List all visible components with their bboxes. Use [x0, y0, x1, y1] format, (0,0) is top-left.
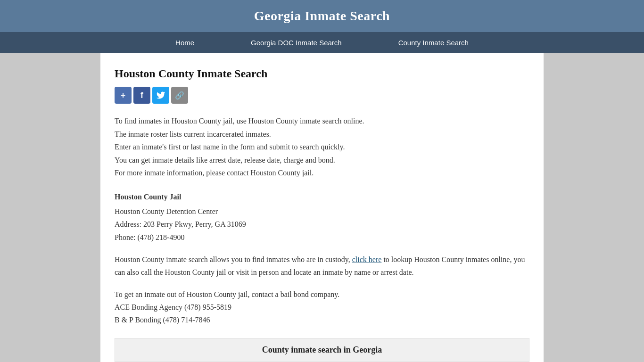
bail-agency-2: B & P Bonding (478) 714-7846	[115, 313, 529, 326]
nav-county-search[interactable]: County Inmate Search	[370, 32, 497, 53]
intro-line-2: The inmate roster lists current incarcer…	[115, 128, 529, 140]
intro-line-1: To find inmates in Houston County jail, …	[115, 115, 529, 127]
intro-line-3: Enter an inmate's first or last name in …	[115, 141, 529, 153]
nav-doc-search[interactable]: Georgia DOC Inmate Search	[223, 32, 370, 53]
page-title: Houston County Inmate Search	[115, 67, 529, 80]
bail-info-section: To get an inmate out of Houston County j…	[115, 288, 529, 327]
site-header: Georgia Inmate Search	[0, 0, 644, 32]
facebook-button[interactable]: f	[133, 87, 150, 104]
jail-phone: Phone: (478) 218-4900	[115, 231, 529, 244]
bail-agency-1: ACE Bonding Agency (478) 955-5819	[115, 301, 529, 313]
content-wrapper: Houston County Inmate Search + f 🔗 To fi…	[100, 53, 544, 362]
intro-line-4: You can get inmate details like arrest d…	[115, 154, 529, 166]
jail-address: Address: 203 Perry Pkwy, Perry, GA 31069	[115, 218, 529, 230]
county-section-title: County inmate search in Georgia	[115, 338, 529, 362]
site-title: Georgia Inmate Search	[9, 8, 635, 24]
share-buttons: + f 🔗	[115, 87, 529, 104]
twitter-icon	[156, 90, 165, 100]
twitter-button[interactable]	[152, 87, 169, 104]
jail-info-section: Houston County Jail Houston County Deten…	[115, 190, 529, 244]
intro-section: To find inmates in Houston County jail, …	[115, 115, 529, 179]
share-button[interactable]: +	[115, 87, 132, 104]
nav-home[interactable]: Home	[147, 32, 223, 53]
jail-name: Houston County Detention Center	[115, 205, 529, 218]
click-here-link[interactable]: click here	[352, 255, 382, 263]
copy-link-button[interactable]: 🔗	[171, 87, 188, 104]
intro-line-5: For more inmate information, please cont…	[115, 167, 529, 179]
bail-intro: To get an inmate out of Houston County j…	[115, 288, 529, 301]
county-section: County inmate search in Georgia Atkinson…	[115, 338, 529, 362]
jail-title: Houston County Jail	[115, 190, 529, 203]
description-part1: Houston County inmate search allows you …	[115, 255, 350, 263]
description-text: Houston County inmate search allows you …	[115, 253, 529, 279]
main-nav: Home Georgia DOC Inmate Search County In…	[0, 32, 644, 53]
